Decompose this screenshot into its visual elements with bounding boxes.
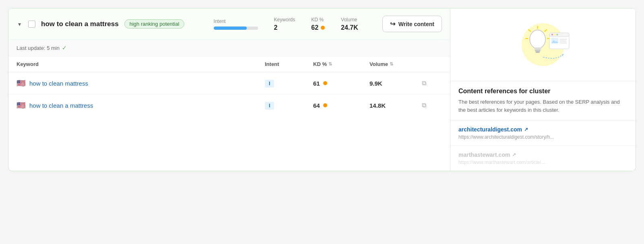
kd-cell: 64	[313, 102, 369, 109]
volume-cell: 9.9K	[369, 80, 422, 87]
content-illustration	[511, 16, 575, 73]
col-intent: Intent	[265, 61, 313, 67]
write-content-button[interactable]: ↪ Write content	[382, 16, 442, 32]
external-link-icon-muted: ↗	[512, 152, 516, 158]
keyword-cell: 🇺🇸 how to clean a mattress	[17, 101, 265, 110]
volume-stat: Volume 24.7K	[341, 17, 358, 31]
intent-badge: I	[265, 80, 274, 88]
ref-domain-link-1[interactable]: architecturaldigest.com ↗	[458, 126, 627, 133]
content-refs-desc: The best references for your pages. Base…	[458, 98, 627, 114]
kd-dot-row1	[323, 81, 327, 85]
volume-cell: 14.8K	[369, 102, 422, 109]
svg-point-13	[554, 34, 555, 35]
write-content-icon: ↪	[390, 20, 395, 28]
intent-bar	[214, 27, 258, 30]
flag-icon: 🇺🇸	[17, 101, 25, 110]
chevron-down-icon: ▾	[18, 21, 21, 27]
check-icon: ✓	[62, 45, 67, 51]
col-kd: KD % ⇅	[313, 61, 369, 67]
table-row: 🇺🇸 how to clean a mattress I 64 14.8K ⧉	[8, 94, 450, 116]
keyword-link[interactable]: how to clean a mattress	[29, 102, 93, 109]
keyword-cell: 🇺🇸 how to clean mattress	[17, 79, 265, 88]
content-refs-section: Content references for cluster The best …	[450, 81, 636, 121]
keywords-value: 2	[274, 24, 278, 31]
intent-label: Intent	[214, 18, 226, 24]
write-content-label: Write content	[398, 21, 434, 27]
kd-dot-row2	[323, 103, 327, 107]
copy-cell: ⧉	[422, 80, 442, 87]
svg-rect-4	[535, 51, 540, 53]
ref-url-1: https://www.architecturaldigest.com/stor…	[458, 134, 627, 140]
kd-stat: KD % 62	[311, 17, 325, 31]
cluster-checkbox[interactable]	[28, 21, 35, 28]
kd-label: KD %	[311, 17, 324, 23]
intent-cell: I	[265, 102, 313, 109]
flag-icon: 🇺🇸	[17, 79, 25, 88]
external-link-icon: ↗	[524, 127, 528, 132]
svg-point-12	[551, 34, 553, 35]
last-update-row: Last update: 5 min ✓	[8, 40, 450, 56]
left-panel: ▾ how to clean a mattress high ranking p…	[8, 8, 450, 171]
copy-icon[interactable]: ⧉	[422, 80, 426, 86]
svg-rect-2	[534, 47, 541, 49]
high-ranking-badge: high ranking potential	[124, 19, 185, 29]
col-actions	[422, 61, 442, 67]
ref-domain-muted-2: marthastewart.com ↗	[458, 152, 627, 158]
intent-bar-fill	[214, 27, 247, 30]
col-keyword: Keyword	[17, 61, 265, 67]
kd-dot	[321, 26, 325, 30]
intent-badge: I	[265, 102, 274, 110]
header-stats: Intent Keywords 2 KD % 62	[214, 16, 442, 32]
keyword-link[interactable]: how to clean mattress	[29, 80, 88, 87]
main-container: ▾ how to clean a mattress high ranking p…	[8, 8, 636, 171]
last-update-text: Last update: 5 min	[17, 45, 60, 51]
svg-point-14	[556, 34, 558, 35]
collapse-button[interactable]: ▾	[17, 20, 23, 28]
cluster-title: how to clean a mattress	[41, 20, 119, 28]
right-panel: Content references for cluster The best …	[450, 8, 636, 171]
illustration-area	[450, 8, 636, 81]
volume-value: 24.7K	[341, 24, 358, 31]
ref-url-2: https://www.marthastewart.com/article/..…	[458, 160, 627, 165]
kd-cell: 61	[313, 80, 369, 87]
copy-icon[interactable]: ⧉	[422, 102, 426, 109]
table-header: Keyword Intent KD % ⇅ Volume ⇅	[8, 56, 450, 72]
col-volume: Volume ⇅	[369, 61, 422, 67]
svg-point-1	[530, 30, 545, 49]
volume-label: Volume	[341, 17, 357, 23]
kd-value: 62	[311, 24, 325, 31]
kd-sort-icon[interactable]: ⇅	[328, 62, 332, 67]
copy-cell: ⧉	[422, 102, 442, 109]
table-row: 🇺🇸 how to clean mattress I 61 9.9K ⧉	[8, 72, 450, 94]
reference-item-1: architecturaldigest.com ↗ https://www.ar…	[450, 121, 636, 146]
intent-cell: I	[265, 80, 313, 86]
keywords-stat: Keywords 2	[274, 17, 295, 31]
volume-sort-icon[interactable]: ⇅	[390, 62, 393, 67]
intent-stat: Intent	[214, 18, 258, 30]
keywords-label: Keywords	[274, 17, 295, 23]
reference-item-2: marthastewart.com ↗ https://www.marthast…	[450, 146, 636, 171]
content-refs-title: Content references for cluster	[458, 88, 627, 95]
svg-rect-3	[535, 49, 541, 51]
table-section: Last update: 5 min ✓ Keyword Intent KD %…	[8, 40, 450, 116]
header-row: ▾ how to clean a mattress high ranking p…	[8, 8, 450, 40]
